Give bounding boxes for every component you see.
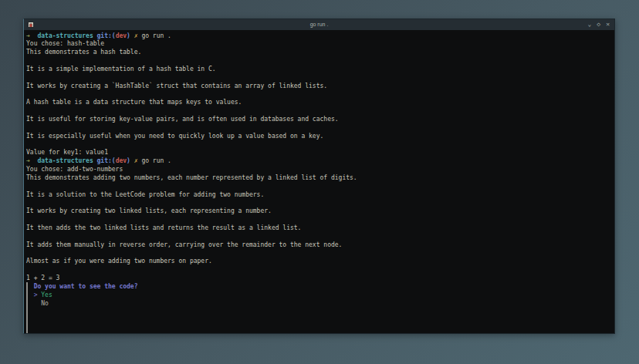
blank-line [26,216,614,224]
blank-line [26,308,614,316]
output-line: It is useful for storing key-value pairs… [26,116,614,124]
blank-line [26,183,614,191]
output-line: You chose: hash-table [26,40,614,49]
blank-line [26,90,614,99]
blank-line [26,124,614,133]
terminal-app-icon [28,22,34,28]
window-title: go run . [24,19,614,30]
blank-line [26,266,614,275]
close-icon[interactable]: ✕ [606,19,610,30]
output-line: It works by creating two linked lists, e… [26,207,614,216]
blank-line [26,233,614,241]
blank-line [26,140,614,149]
blank-line [26,57,614,66]
output-line: It is a simple implementation of a hash … [26,66,614,74]
shell-prompt: ➜ data-structures git:(dev) ✗ go run . [26,32,614,41]
terminal-screen[interactable]: ➜ data-structures git:(dev) ✗ go run .Yo… [24,30,614,333]
minimize-icon[interactable]: ⌄ [588,19,592,30]
output-line: It is especially useful when you need to… [26,133,614,141]
output-line: This demonstrates adding two numbers, ea… [26,174,614,183]
blank-line [26,249,614,258]
output-line: It works by creating a `HashTable` struc… [26,83,614,91]
output-line: It then adds the two linked lists and re… [26,224,614,233]
blank-line [26,107,614,116]
output-line: Almost as if you were adding two numbers… [26,258,614,266]
shell-prompt: ➜ data-structures git:(dev) ✗ go run . [26,157,614,166]
terminal-lines: ➜ data-structures git:(dev) ✗ go run .Yo… [26,32,614,333]
maximize-icon[interactable]: ◇ [597,19,600,30]
blank-line [26,325,614,333]
terminal-window: go run . ⌄ ◇ ✕ ➜ data-structures git:(de… [23,19,615,334]
output-line: You chose: add-two-numbers [26,166,614,174]
output-line: It adds them manually in reverse order, … [26,241,614,250]
titlebar[interactable]: go run . ⌄ ◇ ✕ [24,19,614,30]
form-question: Do you want to see the code? [26,283,614,292]
form-option-no[interactable]: No [26,300,614,308]
blank-line [26,74,614,83]
output-line: A hash table is a data structure that ma… [26,99,614,107]
output-line: 1 + 2 = 3 [26,275,614,283]
blank-line [26,316,614,325]
blank-line [26,199,614,207]
output-line: It is a solution to the LeetCode problem… [26,191,614,200]
window-controls: ⌄ ◇ ✕ [588,19,614,30]
output-line: This demonstrates a hash table. [26,49,614,57]
form-option-yes[interactable]: > Yes [26,292,614,300]
output-line: Value for key1: value1 [26,149,614,157]
